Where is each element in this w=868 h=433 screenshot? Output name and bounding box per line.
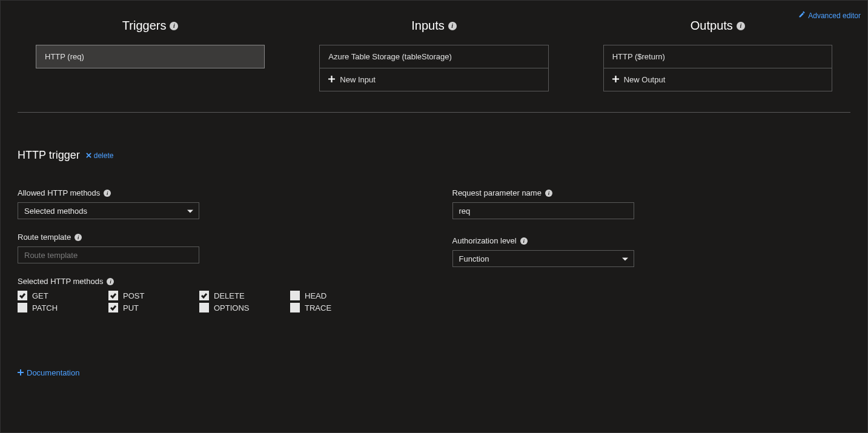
- checkbox-icon: [18, 291, 27, 300]
- checkbox-icon: [108, 303, 118, 312]
- allowed-methods-select[interactable]: Selected methods: [18, 202, 199, 219]
- method-label: TRACE: [305, 303, 331, 312]
- details-title: HTTP trigger: [18, 149, 80, 162]
- method-checkbox-get[interactable]: GET: [18, 291, 108, 300]
- checkbox-icon: [290, 303, 300, 312]
- method-label: POST: [123, 291, 144, 300]
- input-item-table[interactable]: Azure Table Storage (tableStorage): [319, 45, 548, 68]
- add-output-label: New Output: [624, 75, 666, 84]
- checkbox-icon: [199, 303, 209, 312]
- info-icon[interactable]: i: [107, 278, 114, 285]
- info-icon[interactable]: i: [170, 22, 178, 30]
- auth-level-select[interactable]: Function: [452, 250, 634, 267]
- methods-checklist: GETPATCHPOSTPUTDELETEOPTIONSHEADTRACE: [18, 291, 416, 312]
- param-name-label: Request parameter name i: [452, 188, 851, 197]
- triggers-column: Triggers i HTTP (req): [18, 19, 283, 91]
- outputs-title: Outputs: [691, 19, 733, 33]
- outputs-column: Outputs i HTTP ($return) New Output: [585, 19, 850, 91]
- add-output-button[interactable]: New Output: [603, 68, 832, 91]
- checkbox-icon: [199, 291, 209, 300]
- output-item-label: HTTP ($return): [612, 52, 665, 61]
- method-label: GET: [32, 291, 48, 300]
- info-icon[interactable]: i: [104, 190, 111, 197]
- info-icon[interactable]: i: [75, 234, 82, 241]
- auth-level-label: Authorization level i: [452, 236, 851, 245]
- method-label: PUT: [123, 303, 139, 312]
- method-checkbox-put[interactable]: PUT: [108, 303, 199, 312]
- checkbox-icon: [290, 291, 300, 300]
- documentation-label: Documentation: [27, 368, 79, 377]
- route-template-label: Route template i: [18, 233, 416, 242]
- checkbox-icon: [108, 291, 118, 300]
- add-input-button[interactable]: New Input: [319, 68, 548, 91]
- allowed-methods-label: Allowed HTTP methods i: [18, 188, 416, 197]
- info-icon[interactable]: i: [737, 22, 745, 30]
- info-icon[interactable]: i: [520, 237, 528, 245]
- trigger-item-http[interactable]: HTTP (req): [36, 45, 265, 68]
- input-item-label: Azure Table Storage (tableStorage): [328, 52, 452, 61]
- method-label: DELETE: [214, 291, 245, 300]
- trigger-details: HTTP trigger delete Allowed HTTP methods…: [1, 113, 867, 389]
- advanced-editor-label: Advanced editor: [808, 12, 861, 20]
- delete-label: delete: [94, 151, 114, 160]
- inputs-heading: Inputs i: [301, 19, 566, 33]
- checkbox-icon: [18, 303, 27, 312]
- documentation-link[interactable]: Documentation: [18, 368, 79, 377]
- outputs-heading: Outputs i: [585, 19, 850, 33]
- advanced-editor-link[interactable]: Advanced editor: [798, 11, 861, 20]
- add-input-label: New Input: [340, 75, 376, 84]
- plus-icon: [328, 75, 335, 84]
- param-name-input[interactable]: [452, 202, 634, 219]
- method-checkbox-post[interactable]: POST: [108, 291, 199, 300]
- info-icon[interactable]: i: [545, 190, 552, 197]
- info-icon[interactable]: i: [448, 22, 457, 30]
- inputs-title: Inputs: [411, 19, 444, 33]
- edit-icon: [798, 11, 806, 20]
- method-label: PATCH: [32, 303, 58, 312]
- close-icon: [86, 151, 91, 160]
- plus-icon: [18, 368, 24, 377]
- selected-methods-label: Selected HTTP methods i: [18, 277, 416, 286]
- method-label: HEAD: [305, 291, 326, 300]
- method-checkbox-trace[interactable]: TRACE: [290, 303, 381, 312]
- plus-icon: [612, 75, 619, 84]
- method-checkbox-options[interactable]: OPTIONS: [199, 303, 290, 312]
- inputs-column: Inputs i Azure Table Storage (tableStora…: [301, 19, 566, 91]
- delete-trigger-link[interactable]: delete: [86, 151, 114, 160]
- trigger-item-label: HTTP (req): [45, 52, 84, 61]
- method-checkbox-head[interactable]: HEAD: [290, 291, 381, 300]
- method-label: OPTIONS: [214, 303, 250, 312]
- binding-columns: Triggers i HTTP (req) Inputs i Azure Tab…: [1, 1, 867, 112]
- method-checkbox-delete[interactable]: DELETE: [199, 291, 290, 300]
- triggers-title: Triggers: [122, 19, 167, 33]
- output-item-http[interactable]: HTTP ($return): [603, 45, 832, 68]
- triggers-heading: Triggers i: [18, 19, 283, 33]
- route-template-input[interactable]: [18, 246, 199, 263]
- method-checkbox-patch[interactable]: PATCH: [18, 303, 108, 312]
